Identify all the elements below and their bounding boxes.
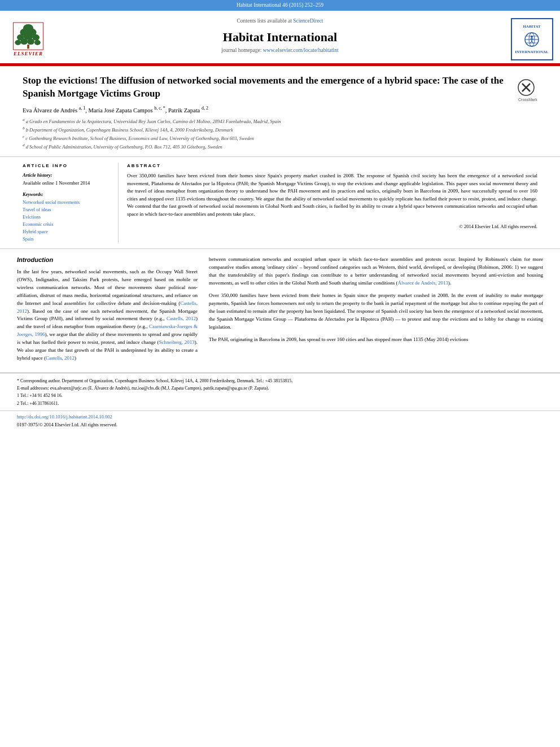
- article-info-panel: ARTICLE INFO Article history: Available …: [23, 163, 119, 243]
- affiliation-b: b b Department of Organization, Copenhag…: [23, 126, 504, 134]
- svg-line-22: [532, 41, 533, 43]
- copyright-line: © 2014 Elsevier Ltd. All rights reserved…: [127, 224, 537, 230]
- svg-text:CrossMark: CrossMark: [518, 98, 537, 102]
- footnote-2: 2 Tel.: +46 317861611.: [17, 400, 543, 407]
- affiliation-a: a a Grado en Fundamentos de la Arquitect…: [23, 117, 504, 125]
- ref-castells-2012-1[interactable]: Castells, 2012: [17, 300, 198, 314]
- svg-line-21: [530, 41, 532, 43]
- svg-point-18: [531, 36, 533, 38]
- footnote-email: E-mail addresses: eva.alvarez@urjc.es (E…: [17, 385, 543, 391]
- habitat-logo-box: HABITAT INTERNATIONAL: [504, 15, 560, 63]
- intro-paragraph-2: between communication networks and occup…: [209, 256, 543, 287]
- footnote-1: 1 Tel.: +34 91 452 94 16.: [17, 392, 543, 399]
- left-column: Introduction In the last few years, netw…: [17, 256, 198, 367]
- abstract-text: Over 350,000 families have been evicted …: [127, 172, 537, 218]
- article-authors: Eva Álvarez de Andrés a, 1, María José Z…: [23, 105, 504, 115]
- affiliation-d: d d School of Public Administration, Uni…: [23, 143, 504, 151]
- keyword-3: Evictions: [23, 214, 110, 221]
- journal-title-area: Contents lists available at ScienceDirec…: [56, 15, 504, 63]
- intro-paragraph-3: Over 350,000 families have been evicted …: [209, 292, 543, 331]
- article-info-heading: ARTICLE INFO: [23, 163, 110, 169]
- article-history-label: Article history:: [23, 172, 110, 179]
- issn-text: 0197-3975/© 2014 Elsevier Ltd. All right…: [17, 422, 117, 429]
- ref-castells-2012-3[interactable]: Castells, 2012: [46, 355, 75, 361]
- journal-homepage-line: journal homepage: www.elsevier.com/locat…: [221, 47, 338, 54]
- main-content: Introduction In the last few years, netw…: [0, 249, 560, 367]
- keywords-section: Keywords: Networked social movements Tra…: [23, 191, 110, 242]
- keyword-5: Hybrid space: [23, 229, 110, 235]
- abstract-section: ABSTRACT Over 350,000 families have been…: [119, 163, 537, 243]
- journal-homepage-link[interactable]: www.elsevier.com/locate/habitatint: [263, 47, 339, 53]
- sciencedirect-link[interactable]: ScienceDirect: [293, 18, 323, 24]
- elsevier-tree-icon: [11, 22, 45, 50]
- article-title-block: Stop the evictions! The diffusion of net…: [23, 75, 515, 151]
- journal-header: ELSEVIER Contents lists available at Sci…: [0, 11, 560, 64]
- habitat-logo-text-top: HABITAT: [523, 24, 540, 29]
- abstract-heading: ABSTRACT: [127, 163, 537, 169]
- bottom-bar: http://dx.doi.org/10.1016/j.habitatint.2…: [0, 410, 560, 431]
- right-column: between communication networks and occup…: [209, 256, 543, 367]
- sciencedirect-line: Contents lists available at ScienceDirec…: [237, 18, 323, 25]
- svg-point-8: [15, 40, 21, 45]
- habitat-globe-icon: [523, 31, 540, 48]
- affiliation-c: c c Gothenburg Research Institute, Schoo…: [23, 134, 504, 142]
- svg-point-9: [20, 38, 28, 45]
- journal-title: Habitat International: [223, 29, 337, 46]
- introduction-heading: Introduction: [17, 256, 198, 264]
- keywords-label: Keywords:: [23, 191, 110, 198]
- doi-link[interactable]: http://dx.doi.org/10.1016/j.habitatint.2…: [17, 414, 117, 421]
- footnote-corresponding: * Corresponding author. Department of Or…: [17, 378, 543, 384]
- svg-point-11: [34, 40, 41, 45]
- affiliations: a a Grado en Fundamentos de la Arquitect…: [23, 117, 504, 150]
- journal-reference-bar: Habitat International 46 (2015) 252–259: [0, 0, 560, 11]
- habitat-logo-text-bottom: INTERNATIONAL: [515, 50, 548, 54]
- keyword-4: Economic crisis: [23, 221, 110, 228]
- keyword-6: Spain: [23, 236, 110, 243]
- footnotes-area: * Corresponding author. Department of Or…: [0, 373, 560, 410]
- article-history-value: Available online 1 November 2014: [23, 180, 110, 187]
- journal-reference-text: Habitat International 46 (2015) 252–259: [237, 2, 323, 8]
- ref-castells-2012-2[interactable]: Castells, 2012: [167, 316, 196, 321]
- ref-czarniawska[interactable]: Czarniawska-Joerges & Joerges, 1996: [17, 324, 198, 337]
- article-title-area: Stop the evictions! The diffusion of net…: [0, 66, 560, 157]
- intro-paragraph-4: The PAH, originating in Barcelona in 200…: [209, 336, 543, 344]
- article-title: Stop the evictions! The diffusion of net…: [23, 75, 504, 101]
- habitat-logo: HABITAT INTERNATIONAL: [511, 18, 553, 60]
- ref-alvarez[interactable]: Álvarez de Andrés, 2013: [397, 280, 448, 286]
- elsevier-logo: ELSEVIER: [0, 15, 56, 63]
- crossmark-icon: CrossMark: [515, 77, 537, 106]
- ref-schneiberg[interactable]: Schneiberg, 2013: [159, 339, 195, 345]
- crossmark-logo: CrossMark: [515, 77, 537, 108]
- keyword-2: Travel of ideas: [23, 207, 110, 213]
- page: Habitat International 46 (2015) 252–259: [0, 0, 560, 747]
- svg-rect-12: [27, 45, 29, 49]
- keyword-1: Networked social movements: [23, 199, 110, 206]
- article-info-abstract: ARTICLE INFO Article history: Available …: [0, 157, 560, 249]
- svg-point-10: [27, 38, 34, 45]
- elsevier-brand-text: ELSEVIER: [14, 50, 43, 58]
- intro-paragraph-1: In the last few years, networked social …: [17, 268, 198, 362]
